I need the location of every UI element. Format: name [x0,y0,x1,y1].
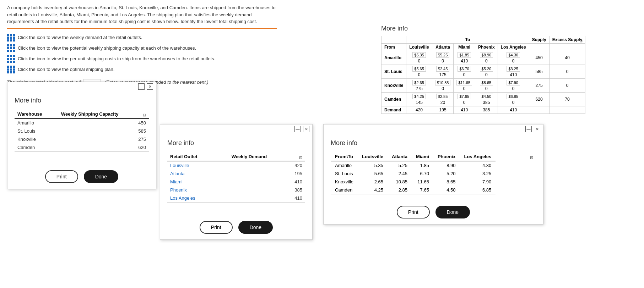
cost-badge: $10.85 [435,80,451,85]
cost-value: 8.90 [433,161,460,170]
cost-value: 7.65 [412,186,433,194]
dialog-warehouse-table: Warehouse Weekly Shipping Capacity Amari… [15,110,149,152]
table-row: Knoxville2.6510.8511.658.657.90 [331,178,496,186]
cell-value: $6.70 0 [454,65,475,79]
ship-value: 0 [485,59,488,63]
dialog-costs-minimize[interactable]: — [525,126,532,132]
warehouse-name: Camden [15,143,58,152]
cost-value: 4.50 [433,186,460,194]
main-table-area: More info ⊡ To Supply Excess Supply From… [378,21,644,118]
main-shipping-table: To Supply Excess Supply From Louisville … [381,36,585,114]
cost-value: 10.85 [388,178,412,186]
dialog-warehouse-minimize[interactable]: — [138,83,145,90]
cost-badge: $5.35 [412,52,426,58]
table-row: St. Louis $5.65 0 $2.45 175 $6.70 0 $5.2… [381,65,585,79]
table-row: Amarillo $5.35 0 $5.25 0 $1.85 410 $8.90… [381,51,585,65]
table-row: Camden4.252.857.654.506.85 [331,186,496,194]
table-row: Amarillo450 [15,118,149,127]
grid-icon-4[interactable] [7,66,15,73]
warehouse-capacity: 450 [58,118,149,127]
cell-value: $4.50 385 [475,93,498,106]
outlet-demand: 195 [229,170,305,178]
grid-icon-1[interactable] [7,34,15,41]
bullet-text-2: Click the icon to view the potential wee… [18,45,196,51]
cell-value: $3.25 410 [498,65,529,79]
cost-badge: $4.25 [412,94,426,99]
outlet-name: Louisville [167,161,229,170]
cell-value: $5.35 0 [406,51,432,65]
cell-value: $5.20 0 [475,65,498,79]
ship-value: 385 [483,100,490,105]
dialog-costs-footer: Print Done [324,200,543,224]
dialog-costs-close[interactable]: ✕ [534,126,540,132]
dialog-warehouse: — ✕ More info ⊡ Warehouse Weekly Shippin… [7,82,156,189]
ship-value: 0 [485,86,488,91]
table-row: St. Louis585 [15,127,149,135]
cost-value: 5.65 [358,170,388,178]
table-row: Louisville420 [167,161,305,170]
warehouse-capacity: 275 [58,135,149,143]
d1-col2: Weekly Shipping Capacity [58,110,149,118]
cost-badge: $5.25 [436,52,450,58]
dialog-costs-print[interactable]: Print [397,206,430,218]
dialog-costs-content: More info ⊡ From\ToLouisvilleAtlantaMiam… [324,134,543,200]
cost-value: 11.65 [412,178,433,186]
bullet-text-3: Click the icon to view the per unit ship… [18,56,215,61]
col-los-angeles: Los Angeles [498,44,529,51]
col-supply: Supply [529,36,549,44]
d1-col1: Warehouse [15,110,58,118]
warehouse-capacity: 585 [58,127,149,135]
warehouse-name: St. Louis [15,127,58,135]
dialog-demand-done[interactable]: Done [238,221,273,234]
cost-value: 2.65 [358,178,388,186]
dialog-demand-titlebar: — ✕ [160,124,312,134]
col-from-label: From [381,44,406,51]
expand-icon-d3[interactable]: ⊡ [530,155,533,160]
cost-badge: $8.65 [480,80,493,85]
cost-badge: $4.30 [507,52,520,58]
col-phoenix: Phoenix [475,44,498,51]
outlet-name: Los Angeles [167,194,229,203]
col-header: Miami [412,153,433,161]
table-row: Camden $4.25 145 $2.85 20 $7.65 0 $4.50 … [381,93,585,106]
expand-icon-main[interactable]: ⊡ [579,39,583,43]
expand-icon-d1[interactable]: ⊡ [143,113,146,117]
ship-value: 0 [442,86,444,91]
dialog-demand-print[interactable]: Print [200,221,233,234]
expand-icon-d2[interactable]: ⊡ [299,155,302,160]
dialog-warehouse-print[interactable]: Print [45,170,78,183]
cost-value: 8.65 [433,178,460,186]
cell-value: $4.30 0 [498,51,529,65]
dialog-costs-done[interactable]: Done [435,206,470,218]
main-more-info-label: More info [381,25,640,32]
dialog-demand-minimize[interactable]: — [294,126,301,132]
grid-icon-3[interactable] [7,55,15,63]
dialog-demand-close[interactable]: ✕ [303,126,309,132]
cell-value: $2.45 175 [432,65,454,79]
dialog-warehouse-content: More info ⊡ Warehouse Weekly Shipping Ca… [7,91,156,165]
outlet-demand: 420 [229,161,305,170]
cost-value: 1.85 [412,161,433,170]
table-row: Camden620 [15,143,149,152]
grid-icon-2[interactable] [7,44,15,52]
cell-value: $7.90 0 [498,79,529,93]
ship-value: 0 [512,100,515,105]
dialog-warehouse-done[interactable]: Done [84,170,118,183]
table-row: Los Angeles410 [167,194,305,203]
ship-value: 0 [512,59,515,63]
ship-value: 0 [512,86,515,91]
ship-value: 275 [416,86,423,91]
col-from [381,36,406,44]
col-supply-h [529,44,549,51]
dialog-warehouse-title: More info [15,97,149,104]
dialog-warehouse-close[interactable]: ✕ [147,83,153,90]
ship-value: 145 [416,100,423,105]
cost-value: 5.20 [433,170,460,178]
cost-badge: $5.65 [412,66,426,72]
cost-badge: $3.25 [507,66,520,72]
supply-value: 450 [529,51,549,65]
demand-row: Demand420195410385410 [381,106,585,114]
table-row: Knoxville275 [15,135,149,143]
dialog-warehouse-titlebar: — ✕ [7,82,156,91]
excess-supply-value: 40 [549,51,585,65]
